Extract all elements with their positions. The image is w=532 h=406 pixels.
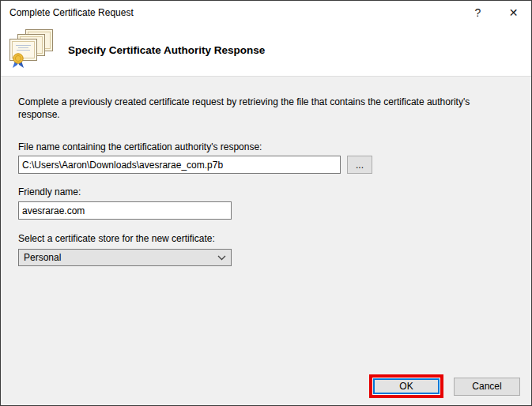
page-title: Specify Certificate Authority Response bbox=[68, 44, 265, 56]
ok-button[interactable]: OK bbox=[373, 378, 440, 394]
description-text: Complete a previously created certificat… bbox=[18, 96, 507, 121]
certificates-stack-icon bbox=[9, 28, 54, 73]
titlebar-controls: ? ✕ bbox=[460, 1, 531, 24]
file-name-row: ... bbox=[18, 156, 514, 174]
friendly-name-input[interactable] bbox=[18, 201, 232, 220]
close-icon[interactable]: ✕ bbox=[496, 1, 531, 24]
window-title: Complete Certificate Request bbox=[1, 7, 134, 18]
complete-certificate-request-dialog: Complete Certificate Request ? ✕ bbox=[0, 0, 532, 406]
certificate-store-selected-value: Personal bbox=[24, 252, 61, 263]
dialog-header: Specify Certificate Authority Response bbox=[1, 24, 531, 77]
titlebar: Complete Certificate Request ? ✕ bbox=[1, 1, 531, 24]
help-icon[interactable]: ? bbox=[460, 1, 496, 24]
chevron-down-icon bbox=[217, 255, 226, 261]
friendly-name-label: Friendly name: bbox=[18, 186, 514, 197]
browse-button[interactable]: ... bbox=[347, 156, 372, 174]
certificate-store-label: Select a certificate store for the new c… bbox=[18, 233, 514, 244]
button-row: OK Cancel bbox=[369, 374, 520, 399]
certificate-store-dropdown[interactable]: Personal bbox=[18, 249, 232, 266]
annotation-highlight-box: OK bbox=[369, 374, 443, 398]
dialog-body: Complete a previously created certificat… bbox=[1, 96, 531, 266]
file-name-input[interactable] bbox=[18, 156, 341, 174]
file-name-label: File name containing the certification a… bbox=[18, 141, 514, 152]
cancel-button[interactable]: Cancel bbox=[454, 378, 520, 396]
